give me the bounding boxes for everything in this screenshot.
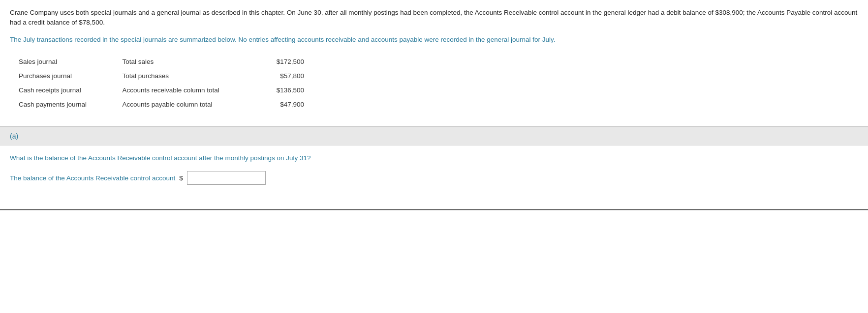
section-a-label: (a) (10, 132, 18, 140)
table-row: Cash payments journal Accounts payable c… (14, 97, 309, 112)
question-text: What is the balance of the Accounts Rece… (10, 153, 858, 163)
journal-table: Sales journal Total sales $172,500 Purch… (14, 55, 309, 112)
section-a-header: (a) (0, 127, 868, 145)
intro-paragraph1: Crane Company uses both special journals… (10, 8, 858, 28)
journal-amount: $172,500 (247, 55, 309, 69)
section-a-body: What is the balance of the Accounts Rece… (0, 145, 868, 195)
journal-name: Sales journal (14, 55, 118, 69)
table-row: Sales journal Total sales $172,500 (14, 55, 309, 69)
journal-description: Total purchases (118, 69, 247, 83)
balance-input[interactable] (187, 171, 266, 185)
table-row: Purchases journal Total purchases $57,80… (14, 69, 309, 83)
journal-description: Accounts payable column total (118, 97, 247, 112)
journal-name: Purchases journal (14, 69, 118, 83)
answer-label: The balance of the Accounts Receivable c… (10, 174, 175, 182)
journal-name: Cash payments journal (14, 97, 118, 112)
journal-amount: $136,500 (247, 83, 309, 97)
answer-row: The balance of the Accounts Receivable c… (10, 171, 858, 185)
journal-description: Total sales (118, 55, 247, 69)
bottom-line (0, 209, 868, 210)
journal-amount: $57,800 (247, 69, 309, 83)
table-row: Cash receipts journal Accounts receivabl… (14, 83, 309, 97)
journal-description: Accounts receivable column total (118, 83, 247, 97)
journal-amount: $47,900 (247, 97, 309, 112)
intro-paragraph2: The July transactions recorded in the sp… (10, 35, 858, 45)
main-content: Crane Company uses both special journals… (0, 0, 868, 126)
journal-name: Cash receipts journal (14, 83, 118, 97)
dollar-sign: $ (179, 174, 183, 182)
